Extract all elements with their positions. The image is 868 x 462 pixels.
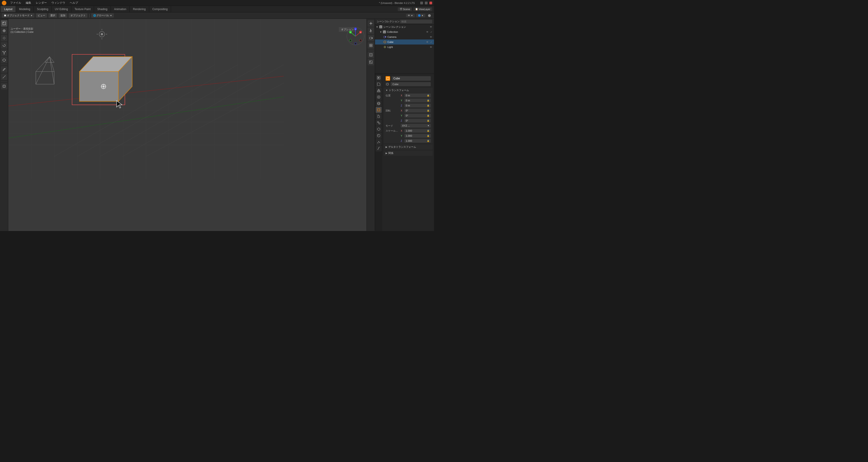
rot-y-lock[interactable]: 🔒 — [427, 114, 429, 117]
object-name-field[interactable]: Cube — [392, 76, 431, 81]
rot-x-lock[interactable]: 🔒 — [427, 109, 429, 112]
tool-add-cube[interactable] — [1, 83, 7, 90]
right-toolbar — [367, 19, 375, 231]
prop-tab-view-layer[interactable] — [376, 88, 382, 94]
tab-uv-editing[interactable]: UV Editing — [52, 6, 71, 12]
rot-y-field[interactable]: 0° 🔒 — [404, 114, 431, 118]
rt-render-region[interactable] — [368, 52, 374, 58]
nav-gizmo[interactable]: Z X Y — [346, 27, 365, 45]
prop-tab-constraints[interactable] — [376, 120, 382, 126]
menu-file[interactable]: ファイル — [9, 0, 22, 5]
scale-y-field[interactable]: 1.000 🔒 — [404, 134, 431, 138]
tool-rotate[interactable] — [1, 42, 7, 48]
light-eye[interactable]: 👁 — [430, 46, 432, 48]
prop-tab-physics[interactable] — [376, 145, 382, 152]
maximize-button[interactable] — [425, 2, 428, 4]
properties-content: Cube Cube ▼ トランスフォーム — [382, 74, 434, 231]
select-menu[interactable]: 選択 — [49, 13, 57, 18]
prop-tab-material[interactable] — [376, 133, 382, 138]
loc-x-field[interactable]: 0 m 🔒 — [404, 94, 431, 97]
mode-selector[interactable]: 🔲 オブジェクトモード ▼ — [2, 13, 34, 18]
rotation-mode-dropdown[interactable]: XYZ ... ▼ — [401, 124, 431, 128]
rt-add[interactable] — [368, 20, 374, 27]
outliner-scene-collection[interactable]: ▼ シーンコレクション 👁 — [375, 24, 434, 29]
tab-sculpting[interactable]: Sculpting — [34, 6, 52, 12]
outliner-camera[interactable]: Camera 👁 — [375, 34, 434, 39]
mesh-name-field[interactable]: Cube — [391, 82, 431, 86]
prop-tab-output[interactable] — [376, 81, 382, 87]
rt-image-editor[interactable] — [368, 59, 374, 65]
view-menu[interactable]: ビュー — [36, 13, 47, 18]
viewport-shading-solid[interactable] — [427, 13, 432, 18]
collection-check[interactable]: ✓ — [430, 31, 432, 33]
scale-y-lock[interactable]: 🔒 — [427, 135, 429, 137]
tool-measure[interactable] — [1, 74, 7, 80]
loc-z-field[interactable]: 0 m 🔒 — [404, 104, 431, 107]
prop-tab-world[interactable] — [376, 100, 382, 106]
camera-eye[interactable]: 👁 — [430, 36, 432, 38]
loc-x-lock[interactable]: 🔒 — [427, 94, 429, 97]
rt-camera-view[interactable] — [368, 35, 374, 41]
tab-rendering[interactable]: Rendering — [130, 6, 149, 12]
loc-y-lock[interactable]: 🔒 — [427, 99, 429, 102]
collection-eye[interactable]: 👁 — [426, 31, 429, 33]
scene-eye[interactable]: 👁 — [430, 26, 432, 28]
viewport[interactable]: ユーザー・透視投影 (1) Collection | Cube オプション — [8, 19, 367, 231]
tool-cursor[interactable] — [1, 28, 7, 34]
minimize-button[interactable] — [420, 2, 423, 4]
scale-x-lock[interactable]: 🔒 — [427, 130, 429, 132]
outliner-collection[interactable]: ▼ Collection 👁 ✓ — [375, 29, 434, 34]
tool-move[interactable] — [1, 35, 7, 41]
tool-transform[interactable] — [1, 57, 7, 63]
tool-select[interactable] — [1, 20, 7, 27]
prop-tab-particles[interactable] — [376, 139, 382, 145]
scale-x-field[interactable]: 1.000 🔒 — [404, 129, 431, 133]
close-button[interactable] — [429, 2, 432, 4]
scale-z-field[interactable]: 1.000 🔒 — [404, 139, 431, 143]
scene-dropdown[interactable]: 🎬 Scene — [398, 7, 412, 11]
cube-check[interactable]: ✓ — [430, 41, 432, 43]
outliner-search[interactable] — [400, 20, 432, 23]
prop-tab-object[interactable] — [376, 107, 382, 113]
prop-tab-scene[interactable] — [376, 94, 382, 100]
delta-transform-header[interactable]: ▶ デルタトランスフォーム — [384, 144, 433, 150]
viewlayer-dropdown[interactable]: 📋 ViewLayer — [413, 7, 432, 11]
tab-texture-paint[interactable]: Texture Paint — [71, 6, 94, 12]
loc-y-field[interactable]: 0 m 🔒 — [404, 99, 431, 102]
object-menu[interactable]: オブジェクト — [69, 13, 88, 18]
add-menu[interactable]: 追加 — [59, 13, 67, 18]
transform-dropdown[interactable]: 🌐 グローバル ▼ — [91, 13, 114, 18]
menu-help[interactable]: ヘルプ — [69, 0, 79, 5]
rot-x-field[interactable]: 0° 🔒 — [404, 109, 431, 112]
rot-z-lock[interactable]: 🔒 — [427, 120, 429, 122]
svg-marker-11 — [3, 59, 5, 62]
overlay-toggle[interactable]: 👁 ▼ — [406, 14, 415, 17]
tool-annotate[interactable] — [1, 66, 7, 73]
tool-scale[interactable] — [1, 50, 7, 56]
tab-layout[interactable]: Layout — [1, 6, 16, 12]
rot-z-field[interactable]: 0° 🔒 — [404, 119, 431, 123]
prop-tab-data[interactable] — [376, 126, 382, 132]
cube-eye[interactable]: 👁 — [426, 41, 429, 43]
menu-edit[interactable]: 編集 — [25, 0, 32, 5]
tab-compositing[interactable]: Compositing — [149, 6, 171, 12]
outliner-cube[interactable]: Cube 👁 ✓ — [375, 39, 434, 44]
transform-section-header[interactable]: ▼ トランスフォーム — [384, 88, 433, 93]
menu-render[interactable]: レンダー — [35, 0, 48, 5]
relations-header[interactable]: ▶ 関係 — [384, 151, 433, 156]
tab-modeling[interactable]: Modeling — [16, 6, 34, 12]
cube-3d — [80, 57, 132, 101]
scale-z-lock[interactable]: 🔒 — [427, 140, 429, 142]
rt-grid-view[interactable] — [368, 42, 374, 48]
mesh-icon — [385, 82, 389, 86]
shading-toggle[interactable]: 🔵 ▼ — [416, 14, 425, 17]
tab-shading[interactable]: Shading — [94, 6, 111, 12]
menu-window[interactable]: ウィンドウ — [51, 0, 66, 5]
outliner-light[interactable]: Light 👁 — [375, 44, 434, 50]
svg-marker-48 — [80, 72, 118, 101]
prop-tab-modifier[interactable] — [376, 113, 382, 119]
loc-z-lock[interactable]: 🔒 — [427, 104, 429, 107]
tab-animation[interactable]: Animation — [111, 6, 130, 12]
prop-tab-render[interactable] — [376, 75, 382, 81]
rt-hand[interactable] — [368, 28, 374, 34]
